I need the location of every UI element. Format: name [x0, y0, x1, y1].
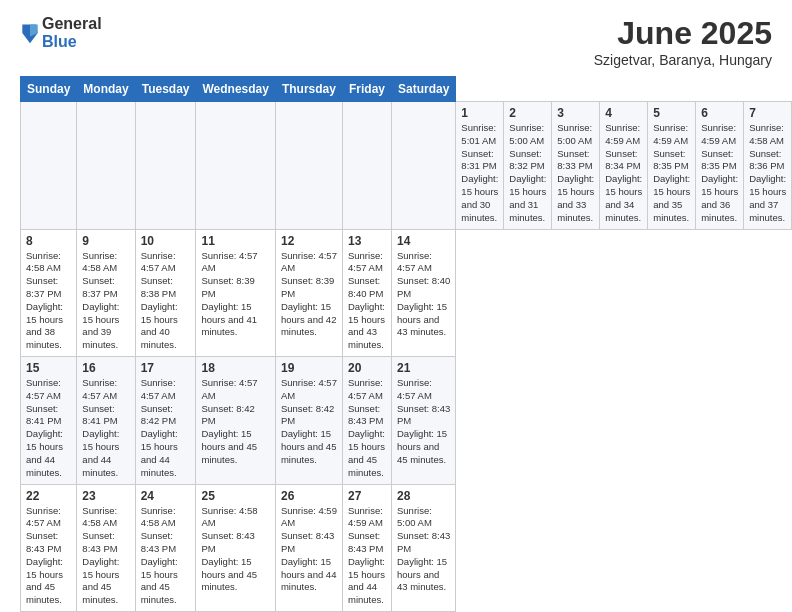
table-row: 3Sunrise: 5:00 AMSunset: 8:33 PMDaylight… — [552, 102, 600, 230]
table-row — [391, 102, 455, 230]
table-row: 10Sunrise: 4:57 AMSunset: 8:38 PMDayligh… — [135, 229, 196, 357]
table-row: 21Sunrise: 4:57 AMSunset: 8:43 PMDayligh… — [391, 357, 455, 485]
day-info: Sunrise: 5:00 AMSunset: 8:33 PMDaylight:… — [557, 122, 594, 223]
day-number: 6 — [701, 106, 738, 120]
logo: General Blue — [20, 15, 102, 50]
day-number: 17 — [141, 361, 191, 375]
day-info: Sunrise: 4:59 AMSunset: 8:43 PMDaylight:… — [281, 505, 337, 593]
header-row: Sunday Monday Tuesday Wednesday Thursday… — [21, 77, 792, 102]
day-info: Sunrise: 4:57 AMSunset: 8:42 PMDaylight:… — [201, 377, 257, 465]
month-title: June 2025 — [594, 15, 772, 52]
day-number: 7 — [749, 106, 786, 120]
table-row — [196, 102, 275, 230]
day-number: 8 — [26, 234, 71, 248]
day-number: 3 — [557, 106, 594, 120]
day-number: 22 — [26, 489, 71, 503]
day-info: Sunrise: 4:57 AMSunset: 8:42 PMDaylight:… — [141, 377, 178, 478]
table-row — [275, 102, 342, 230]
table-row: 8Sunrise: 4:58 AMSunset: 8:37 PMDaylight… — [21, 229, 77, 357]
day-number: 16 — [82, 361, 129, 375]
table-row: 1Sunrise: 5:01 AMSunset: 8:31 PMDaylight… — [456, 102, 504, 230]
calendar-table: Sunday Monday Tuesday Wednesday Thursday… — [20, 76, 792, 612]
day-number: 23 — [82, 489, 129, 503]
table-row: 27Sunrise: 4:59 AMSunset: 8:43 PMDayligh… — [342, 484, 391, 612]
col-friday: Friday — [342, 77, 391, 102]
day-number: 18 — [201, 361, 269, 375]
table-row: 13Sunrise: 4:57 AMSunset: 8:40 PMDayligh… — [342, 229, 391, 357]
logo-blue: Blue — [42, 33, 102, 51]
table-row: 20Sunrise: 4:57 AMSunset: 8:43 PMDayligh… — [342, 357, 391, 485]
day-number: 2 — [509, 106, 546, 120]
day-info: Sunrise: 5:01 AMSunset: 8:31 PMDaylight:… — [461, 122, 498, 223]
day-number: 27 — [348, 489, 386, 503]
table-row: 2Sunrise: 5:00 AMSunset: 8:32 PMDaylight… — [504, 102, 552, 230]
table-row: 18Sunrise: 4:57 AMSunset: 8:42 PMDayligh… — [196, 357, 275, 485]
day-number: 26 — [281, 489, 337, 503]
day-info: Sunrise: 5:00 AMSunset: 8:32 PMDaylight:… — [509, 122, 546, 223]
day-info: Sunrise: 4:59 AMSunset: 8:35 PMDaylight:… — [701, 122, 738, 223]
day-info: Sunrise: 4:59 AMSunset: 8:43 PMDaylight:… — [348, 505, 385, 606]
day-number: 12 — [281, 234, 337, 248]
day-info: Sunrise: 4:57 AMSunset: 8:42 PMDaylight:… — [281, 377, 337, 465]
day-info: Sunrise: 5:00 AMSunset: 8:43 PMDaylight:… — [397, 505, 450, 593]
table-row — [342, 102, 391, 230]
table-row: 26Sunrise: 4:59 AMSunset: 8:43 PMDayligh… — [275, 484, 342, 612]
table-row: 9Sunrise: 4:58 AMSunset: 8:37 PMDaylight… — [77, 229, 135, 357]
day-number: 25 — [201, 489, 269, 503]
day-number: 10 — [141, 234, 191, 248]
day-info: Sunrise: 4:57 AMSunset: 8:43 PMDaylight:… — [397, 377, 450, 465]
table-row: 17Sunrise: 4:57 AMSunset: 8:42 PMDayligh… — [135, 357, 196, 485]
table-row: 15Sunrise: 4:57 AMSunset: 8:41 PMDayligh… — [21, 357, 77, 485]
table-row — [21, 102, 77, 230]
day-info: Sunrise: 4:57 AMSunset: 8:41 PMDaylight:… — [26, 377, 63, 478]
col-sunday: Sunday — [21, 77, 77, 102]
col-wednesday: Wednesday — [196, 77, 275, 102]
day-info: Sunrise: 4:58 AMSunset: 8:43 PMDaylight:… — [82, 505, 119, 606]
calendar-week-1: 8Sunrise: 4:58 AMSunset: 8:37 PMDaylight… — [21, 229, 792, 357]
day-number: 13 — [348, 234, 386, 248]
table-row: 16Sunrise: 4:57 AMSunset: 8:41 PMDayligh… — [77, 357, 135, 485]
col-tuesday: Tuesday — [135, 77, 196, 102]
day-info: Sunrise: 4:57 AMSunset: 8:40 PMDaylight:… — [348, 250, 385, 351]
logo-general: General — [42, 15, 102, 33]
location: Szigetvar, Baranya, Hungary — [594, 52, 772, 68]
header: General Blue June 2025 Szigetvar, Barany… — [20, 15, 772, 68]
day-number: 21 — [397, 361, 450, 375]
day-number: 28 — [397, 489, 450, 503]
day-info: Sunrise: 4:58 AMSunset: 8:36 PMDaylight:… — [749, 122, 786, 223]
col-thursday: Thursday — [275, 77, 342, 102]
day-number: 1 — [461, 106, 498, 120]
table-row: 14Sunrise: 4:57 AMSunset: 8:40 PMDayligh… — [391, 229, 455, 357]
logo-text: General Blue — [42, 15, 102, 50]
table-row: 28Sunrise: 5:00 AMSunset: 8:43 PMDayligh… — [391, 484, 455, 612]
table-row: 19Sunrise: 4:57 AMSunset: 8:42 PMDayligh… — [275, 357, 342, 485]
day-info: Sunrise: 4:57 AMSunset: 8:39 PMDaylight:… — [281, 250, 337, 338]
table-row — [135, 102, 196, 230]
table-row: 24Sunrise: 4:58 AMSunset: 8:43 PMDayligh… — [135, 484, 196, 612]
day-info: Sunrise: 4:57 AMSunset: 8:43 PMDaylight:… — [26, 505, 63, 606]
day-info: Sunrise: 4:57 AMSunset: 8:39 PMDaylight:… — [201, 250, 257, 338]
day-info: Sunrise: 4:58 AMSunset: 8:43 PMDaylight:… — [201, 505, 257, 593]
day-number: 20 — [348, 361, 386, 375]
page: General Blue June 2025 Szigetvar, Barany… — [0, 0, 792, 612]
svg-marker-1 — [30, 24, 38, 36]
calendar-week-2: 15Sunrise: 4:57 AMSunset: 8:41 PMDayligh… — [21, 357, 792, 485]
day-info: Sunrise: 4:58 AMSunset: 8:37 PMDaylight:… — [82, 250, 119, 351]
table-row: 7Sunrise: 4:58 AMSunset: 8:36 PMDaylight… — [744, 102, 792, 230]
table-row: 25Sunrise: 4:58 AMSunset: 8:43 PMDayligh… — [196, 484, 275, 612]
table-row: 6Sunrise: 4:59 AMSunset: 8:35 PMDaylight… — [696, 102, 744, 230]
table-row: 23Sunrise: 4:58 AMSunset: 8:43 PMDayligh… — [77, 484, 135, 612]
day-info: Sunrise: 4:57 AMSunset: 8:43 PMDaylight:… — [348, 377, 385, 478]
day-number: 24 — [141, 489, 191, 503]
col-saturday: Saturday — [391, 77, 455, 102]
col-monday: Monday — [77, 77, 135, 102]
day-info: Sunrise: 4:59 AMSunset: 8:34 PMDaylight:… — [605, 122, 642, 223]
calendar-week-3: 22Sunrise: 4:57 AMSunset: 8:43 PMDayligh… — [21, 484, 792, 612]
day-number: 11 — [201, 234, 269, 248]
day-number: 14 — [397, 234, 450, 248]
day-info: Sunrise: 4:57 AMSunset: 8:38 PMDaylight:… — [141, 250, 178, 351]
table-row: 11Sunrise: 4:57 AMSunset: 8:39 PMDayligh… — [196, 229, 275, 357]
day-number: 5 — [653, 106, 690, 120]
table-row: 12Sunrise: 4:57 AMSunset: 8:39 PMDayligh… — [275, 229, 342, 357]
title-block: June 2025 Szigetvar, Baranya, Hungary — [594, 15, 772, 68]
